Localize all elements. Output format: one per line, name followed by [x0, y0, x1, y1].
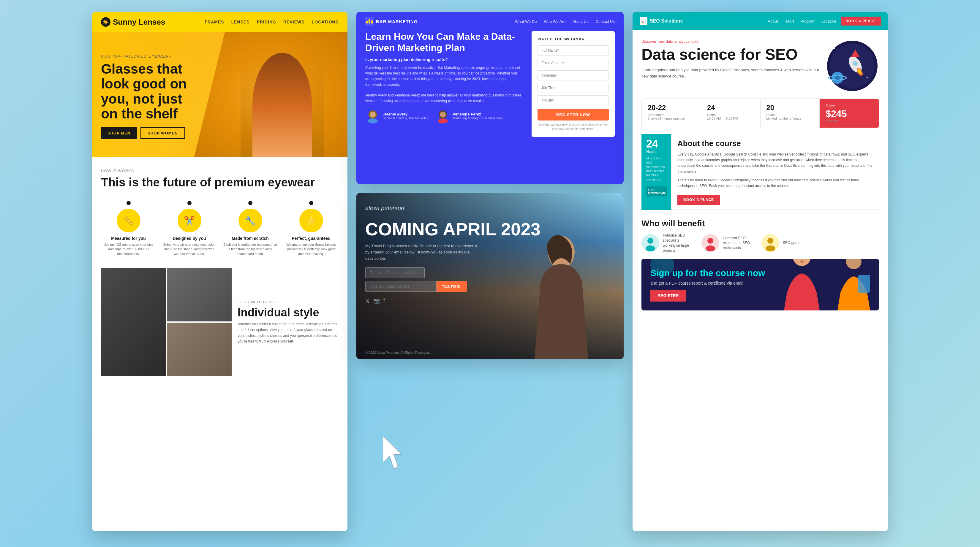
bm-content: Learn How You Can Make a Data-Driven Mar… — [356, 31, 624, 184]
svg-rect-35 — [858, 275, 870, 293]
sl-feature-0: 📏 Measured for you Use our iOS app to sc… — [101, 201, 156, 256]
seo-stat-val-2: 20 — [767, 103, 814, 112]
seo-stat-sub-3: Best offer — [826, 119, 873, 123]
sl-nav-pricing[interactable]: PRICING — [257, 20, 276, 24]
seo-stat-val-0: 20-22 — [648, 103, 695, 112]
bm-input-fullname[interactable] — [538, 45, 609, 55]
seo-stat-0: 20-22 September 3 days of intense practi… — [642, 99, 701, 128]
seo-stat-sub-0: 3 days of intense practice — [648, 117, 695, 120]
sl-nav-lenses[interactable]: LENSES — [231, 20, 250, 24]
seo-nav-book-btn[interactable]: BOOK A PLACE — [841, 17, 881, 25]
cursor-arrow — [383, 436, 407, 470]
sl-hero: CUSTOM-TAILORED EYEWEAR Glasses that loo… — [92, 32, 347, 157]
cc-content: alexa peterson COMING APRIL 2023 My Trav… — [365, 205, 541, 304]
seo-nav-program[interactable]: Program — [801, 19, 816, 24]
sl-hero-text: CUSTOM-TAILORED EYEWEAR Glasses that loo… — [101, 54, 202, 139]
sl-feature-dot-3 — [309, 201, 313, 205]
cc-facebook-icon[interactable]: f — [383, 298, 385, 304]
seo-hero: Discover new data analytics tools Data s… — [633, 30, 888, 98]
cc-email-row: YES, I'M IN! — [365, 281, 541, 292]
bm-left: Learn How You Can Make a Data-Driven Mar… — [365, 31, 523, 178]
seo-hero-tag: Discover new data analytics tools — [641, 39, 819, 44]
cc-input-name[interactable] — [365, 267, 425, 278]
bm-input-email[interactable] — [538, 58, 609, 68]
bm-nav-whoweare[interactable]: Who We Are — [544, 19, 565, 24]
svg-point-23 — [648, 238, 653, 244]
svg-point-5 — [438, 119, 448, 124]
sl-btn-men[interactable]: SHOP MEN — [101, 127, 137, 139]
seo-nav-tutors[interactable]: Tutors — [784, 19, 795, 24]
svg-point-30 — [765, 246, 775, 251]
sl-feature-title-2: Made from scratch — [223, 236, 278, 241]
sl-designed-img-2 — [167, 268, 232, 322]
cc-submit-btn[interactable]: YES, I'M IN! — [436, 281, 467, 292]
sl-feature-1: ✂️ Designed by you Select your style, ch… — [162, 201, 217, 256]
seo-benefit-text-1: Licensed SEO experts and SEO enthusiasts — [723, 236, 752, 251]
seo-nav-about[interactable]: About — [768, 19, 778, 24]
bm-register-btn[interactable]: REGISTER NOW — [538, 109, 609, 120]
sl-btn-women[interactable]: SHOP WOMEN — [140, 127, 185, 139]
sl-nav-reviews[interactable]: REVIEWS — [283, 20, 305, 24]
bm-speaker-0: Jeremy Avery Senior Marketing, Bar Marke… — [365, 109, 430, 124]
bm-input-industry[interactable] — [538, 95, 609, 105]
cc-instagram-icon[interactable]: 📷 — [373, 298, 380, 304]
sl-feature-title-0: Measured for you — [101, 236, 156, 241]
sl-feature-2: 🔧 Made from scratch Each pair is crafted… — [223, 201, 278, 256]
seo-stat-2: 20 Seats Limited number of seats — [760, 99, 820, 128]
sl-logo: ☀️ Sunny Lenses — [101, 17, 165, 27]
seo-logo-text: SEO Solutions — [650, 18, 683, 24]
cc-social: 𝕏 📷 f — [365, 298, 541, 304]
seo-benefit-text-0: In-house SEO specialists working on larg… — [663, 233, 692, 253]
sl-nav-frames[interactable]: FRAMES — [205, 20, 224, 24]
seo-signup-register-btn[interactable]: REGISTER — [651, 290, 686, 301]
sl-features: 📏 Measured for you Use our iOS app to sc… — [92, 195, 347, 262]
sl-designed-img-3 — [167, 323, 232, 376]
sl-how: HOW IT WORKS This is the future of premi… — [92, 157, 347, 195]
svg-point-11 — [870, 54, 871, 55]
cc-twitter-icon[interactable]: 𝕏 — [365, 298, 370, 304]
bm-speaker-name-0: Jeremy Avery — [382, 112, 430, 116]
seo-about: 24 Hours of practice and immersion in da… — [641, 134, 879, 210]
card-bar-marketing: BAR MARKETING What We Do Who We Are Abou… — [356, 12, 624, 184]
bm-navbar: BAR MARKETING What We Do Who We Are Abou… — [356, 12, 624, 31]
bm-speakers: Jeremy Avery Senior Marketing, Bar Marke… — [365, 109, 523, 124]
bm-speaker-name-1: Penelope Perez — [453, 112, 503, 116]
cc-input-email[interactable] — [365, 281, 436, 292]
sl-feature-desc-1: Select your style, choose your color, fi… — [162, 243, 217, 256]
cc-title: COMING APRIL 2023 — [365, 220, 541, 238]
cc-desc: My Travel Blog is almost ready. Be one o… — [365, 243, 478, 262]
svg-point-2 — [368, 119, 378, 124]
seo-benefit-avatar-2 — [761, 234, 779, 252]
seo-nav-location[interactable]: Location — [821, 19, 836, 24]
seo-stat-1: 24 Hours 10:00 AM — 6:00 PM — [701, 99, 760, 128]
bm-logo-icon — [365, 17, 374, 25]
bm-nav-contact[interactable]: Contact Us — [596, 19, 615, 24]
card-left: ☀️ Sunny Lenses FRAMES LENSES PRICING RE… — [92, 12, 347, 531]
bm-speaker-avatar-0 — [365, 109, 380, 124]
seo-stat-label-2: Seats — [767, 113, 814, 117]
seo-about-title: About the course — [678, 139, 873, 148]
svg-point-13 — [867, 77, 868, 78]
sl-nav-locations[interactable]: LOCATIONS — [312, 20, 339, 24]
seo-price-label: Price — [826, 103, 873, 108]
bm-bar-1 — [366, 21, 368, 24]
seo-logo: 📊 SEO Solutions — [640, 17, 683, 25]
seo-about-content: About the course Every day, Google Analy… — [671, 134, 879, 210]
bm-nav-whatwedo[interactable]: What We Do — [515, 19, 537, 24]
seo-about-book-btn[interactable]: BOOK A PLACE — [678, 195, 720, 205]
seo-signup: Sign up for the course now and get a PDF… — [641, 259, 879, 311]
seo-hero-desc: Learn to gather and analyse data provide… — [641, 67, 819, 79]
bm-nav-aboutus[interactable]: About Us — [573, 19, 588, 24]
bm-input-company[interactable] — [538, 70, 609, 81]
bm-input-jobtitle[interactable] — [538, 83, 609, 93]
seo-benefit-items: In-house SEO specialists working on larg… — [641, 233, 879, 253]
sl-hero-tag: CUSTOM-TAILORED EYEWEAR — [101, 54, 202, 59]
svg-point-29 — [767, 238, 773, 244]
cc-footer: © 2023 Alexa Peterson. All Rights Reserv… — [365, 351, 430, 354]
seo-about-level-val: Intermediate — [648, 192, 665, 195]
sl-feature-title-1: Designed by you — [162, 236, 217, 241]
seo-stat-label-0: September — [648, 113, 695, 117]
seo-about-desc-1: Every day, Google Analytics, Google Sear… — [678, 152, 873, 174]
seo-stat-sub-2: Limited number of seats — [767, 117, 814, 120]
seo-nav-links: About Tutors Program Location — [768, 19, 836, 24]
